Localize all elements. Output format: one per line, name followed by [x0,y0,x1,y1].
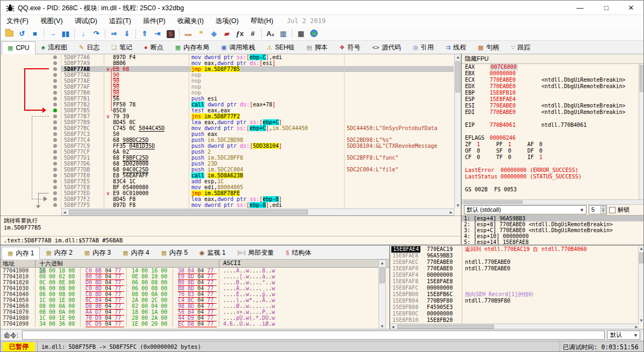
run-icon[interactable]: → [47,28,59,39]
menu-item-4[interactable]: 插件(P) [137,15,171,27]
call-arguments-list[interactable]: 1: [esp+4] 96A59BB32: [esp+8] 770EABE0 <… [462,215,644,245]
open-file-icon[interactable] [3,28,15,39]
stack-row[interactable]: 15E8FB1015E8FB20 [390,317,638,324]
tab-SEH链[interactable]: ⚠SEH链 [261,41,301,54]
tab-调用堆栈[interactable]: ▣调用堆栈 [215,41,261,54]
dump-row[interactable]: 7704104006 00 08 00C8 8D 04 7708 00 0A 0… [1,291,389,297]
stop-icon[interactable]: ■ [29,28,41,39]
disasm-row[interactable]: 5D8F77E5 83C4 1Cadd esp,1C [1,178,461,184]
stack-row[interactable]: 15E8FAF0770EABE0ntdll.770EABE0 [390,265,638,272]
run-to-user-code-icon[interactable]: ⇥ [152,28,163,39]
tab-断点[interactable]: ●断点 [138,41,169,54]
unlock-checkbox[interactable] [609,207,616,213]
menu-item-6[interactable]: 选项(O) [210,15,245,27]
dump-tab-局部变量[interactable]: [x=]局部变量 [232,246,280,259]
disasm-row[interactable]: 5D8F77ED∨ E9 0C010000jmp im.5D8F78FE [1,190,461,196]
comment-icon[interactable]: ❝ [195,28,207,39]
dump-row[interactable]: 770410200C 00 0E 00D0 8D 04 7706 00 08 0… [1,279,389,285]
stack-row[interactable]: 15E8FB08F45905E3 [390,304,638,311]
bookmark-icon[interactable]: ▰ [221,28,233,39]
menu-item-2[interactable]: 调试(D) [69,15,103,27]
register-row[interactable]: ESP15E8FAE4 [462,96,644,103]
label-icon[interactable]: ◈ [208,28,220,39]
tab-脚本[interactable]: ▤脚本 [300,41,333,54]
call-argument-row[interactable]: 4: [esp+10] 00000000 [462,233,644,239]
disasm-row[interactable]: 5D8F77E8 BF 05400080mov edi,80004005 [1,184,461,190]
command-input[interactable] [22,331,605,340]
disasm-row[interactable]: 5D8F77E0 E8 56EAFAFFcall im.5D8A623B [1,173,461,178]
dump-row[interactable]: 7704109034 00 36 000C D9 04 771E 00 20 0… [1,321,389,327]
dump-row[interactable]: 7704107008 00 0A 00A4 D7 04 7718 00 1A 0… [1,309,389,315]
register-row[interactable]: EIP770B4061ntdll.770B4061 [462,122,644,128]
tab-源代码[interactable]: <>源代码 [366,41,407,54]
disasm-row[interactable]: 5D8F77DB 68 04C0C25Dpush im.5DC2C0045DC2… [1,167,461,173]
register-row[interactable]: EBX00000000 [462,70,644,77]
dump-row[interactable]: 7704101000 00 02 0080 5B 04 770E 00 10 0… [1,274,389,279]
menu-item-1[interactable]: 视图(V) [34,15,69,27]
patch-icon[interactable]: ▬ [182,28,194,39]
stack-row[interactable]: 15E8FAF400000000 [390,272,638,278]
register-row[interactable]: ESI770EABE0<ntdll.DbgUiRemoteBreakin> [462,103,644,109]
disasm-horizontal-scrollbar[interactable]: ◄ ► [61,209,454,215]
disasm-row[interactable]: 5D8F77A6 897D F4mov dword ptr ss:[ebp-C]… [1,54,461,60]
dump-tab-内存 4[interactable]: ▦内存 4 [117,246,155,259]
register-row[interactable]: EDX770EABE0<ntdll.DbgUiRemoteBreakin> [462,83,644,90]
disasm-row[interactable]: 5D8F77F2 8D45 F8lea eax,dword ptr ss:[eb… [1,196,461,202]
seh-chain-icon[interactable]: S [164,28,176,39]
disasm-vertical-scrollbar[interactable]: ▲ ▼ [454,54,461,209]
menu-item-5[interactable]: 收藏夹(I) [171,15,210,27]
register-row[interactable]: ECX770EABE0<ntdll.DbgUiRemoteBreakin> [462,77,644,83]
dump-tab-内存 5[interactable]: ▦内存 5 [155,246,194,259]
stack-row[interactable]: 15E8FAE896A59BB3 [390,253,638,259]
execute-till-return-icon[interactable]: ⇑ [139,28,151,39]
command-scope-select[interactable]: 默认▼ [607,331,640,340]
globe-icon[interactable] [308,28,320,39]
tab-线程[interactable]: ⇉线程 [440,41,472,54]
dump-tab-监视 1[interactable]: ◉监视 1 [194,246,232,259]
hash-icon[interactable]: # [247,28,259,39]
register-row[interactable]: EAX007C6000 [462,64,644,70]
stack-row[interactable]: 15E8FAE4770EAC19返回到 ntdll.770EAC19 自 ntd… [390,246,638,253]
maximize-button[interactable]: □ [594,1,619,15]
memory-vertical-scrollbar[interactable]: ▲ ▼ [378,260,386,330]
disasm-row[interactable]: 5D8F77B7∨ 79 39jns im.5D8F77F2 [1,113,461,119]
disasm-row[interactable]: 5D8F77B2 │FF50 78call dword ptr ds:[eax+… [1,102,461,107]
minimize-button[interactable]: — [568,1,592,15]
calculator-icon[interactable]: ▦ [295,28,307,39]
dump-row[interactable]: 7704100016 00 18 00C0 8B 04 7714 00 16 0… [1,268,389,274]
tab-日志[interactable]: ✎日志 [73,41,105,54]
disasm-row[interactable]: 5D8F77AE │90nop [1,78,461,84]
call-argument-row[interactable]: 3: [esp+C] 770EABE0 <ntdll.DbgUiRemoteBr… [462,227,644,233]
tab-引用[interactable]: ◎引用 [407,41,440,54]
dump-tab-结构体[interactable]: §结构体 [280,246,317,259]
call-argument-row[interactable]: 2: [esp+8] 770EABE0 <ntdll.DbgUiRemoteBr… [462,221,644,227]
disassembly-view[interactable]: 5D8F77A6 897D F4mov dword ptr ss:[ebp-C]… [1,54,461,245]
stack-vertical-scrollbar[interactable]: ▲ ▼ [638,246,644,324]
call-argument-row[interactable]: 5: [esp+14] 15E8FAE8 [462,239,644,245]
tab-CPU[interactable]: ▦CPU [2,41,35,54]
step-out-icon[interactable]: ⇓ [121,28,133,39]
stack-row[interactable]: 15E8FB0015E8FB6C指向SEH_Record[1]的指针 [390,291,638,298]
stack-row[interactable]: 15E8FB0C00000000 [390,311,638,317]
calling-convention-select[interactable]: 默认 (stdcall)▼ [464,205,586,214]
dump-row[interactable]: 770410501C 00 1E 006C 84 04 772A 00 2C 0… [1,297,389,303]
dump-tab-内存 1[interactable]: ▦内存 1 [2,247,40,260]
disasm-row[interactable]: 5D8F77AB∨┌EB 08jmp im.5D8F77B5 [1,66,461,72]
disasm-row[interactable]: 5D8F77C4 68 98BDC25Dpush im.5DC2BD985DC2… [1,137,461,143]
memory-dump-pane[interactable]: ▦内存 1▦内存 2▦内存 3▦内存 4▦内存 5◉监视 1[x=]局部变量§结… [1,246,389,330]
tab-内存布局[interactable]: ▦内存布局 [169,41,215,54]
tab-跟踪[interactable]: ∵跟踪 [505,41,536,54]
argument-count-spinner[interactable]: 5 ▲▼ [589,205,607,214]
disasm-row[interactable]: 5D8F77CF 6A 02push 2 [1,149,461,155]
stack-pane[interactable]: 15E8FAE4770EAC19返回到 ntdll.770EAC19 自 ntd… [389,246,644,330]
hide-fpu-button[interactable]: 隐藏FPU [462,54,644,64]
stack-row[interactable]: 15E8FAEC770EABE0ntdll.770EABE0 [390,259,638,265]
run-to-selection-icon[interactable]: ⇒ [108,28,120,39]
dump-tab-内存 3[interactable]: ▦内存 3 [78,246,117,259]
disasm-row[interactable]: 5D8F77B1 │56push esi [1,96,461,102]
menu-item-7[interactable]: 帮助(H) [245,15,279,27]
register-row[interactable]: EFLAGS00000246 [462,135,644,141]
stack-row[interactable]: 15E8FAF815E8FAE8 [390,278,638,285]
stack-row[interactable]: 15E8FAFC00000000 [390,285,638,291]
modules-icon[interactable]: ▥ [277,28,289,39]
